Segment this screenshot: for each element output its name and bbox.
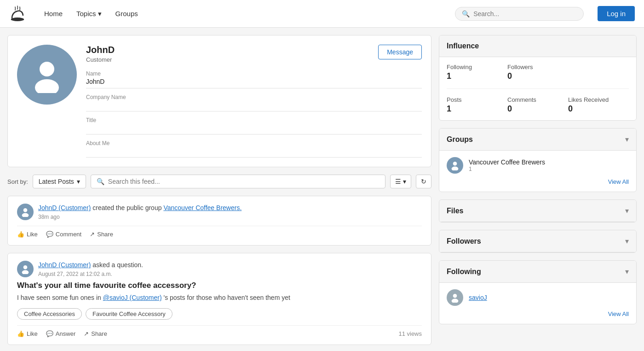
svg-point-9 — [453, 294, 457, 298]
influence-grid: Following 1 Followers 0 Posts 1 Comments — [447, 64, 629, 114]
files-title: Files — [447, 207, 463, 215]
influence-header[interactable]: Influence — [439, 35, 636, 57]
share-button[interactable]: ↗ Share — [90, 231, 113, 238]
title-value — [86, 124, 422, 135]
title-label: Title — [86, 117, 422, 123]
profile-role: Customer — [86, 56, 422, 63]
share-button[interactable]: ↗ Share — [84, 330, 107, 337]
main-content: Message JohnD Customer Name JohnD Compan… — [7, 35, 431, 345]
post-tag[interactable]: Favourite Coffee Accessory — [86, 308, 172, 320]
profile-username: JohnD — [86, 45, 422, 55]
groups-header[interactable]: Groups ▾ — [439, 129, 636, 151]
chevron-down-icon: ▾ — [403, 178, 406, 185]
chevron-down-icon: ▾ — [77, 178, 80, 185]
post-author-link[interactable]: JohnD (Customer) — [38, 204, 91, 211]
following-view-all[interactable]: View All — [447, 310, 629, 317]
followers-stat: Followers 0 — [507, 64, 568, 81]
post-date: August 27, 2022 at 12:02 a.m. — [38, 271, 422, 277]
global-search-input[interactable] — [473, 10, 577, 18]
following-item: savioJ — [447, 289, 629, 306]
post-meta: JohnD (Customer) asked a question. Augus… — [38, 261, 422, 277]
svg-point-3 — [23, 208, 28, 212]
groups-title: Groups — [447, 135, 473, 144]
group-name[interactable]: Vancouver Coffee Brewers — [469, 158, 545, 166]
page-layout: Message JohnD Customer Name JohnD Compan… — [0, 28, 644, 351]
comments-stat: Comments 0 — [507, 96, 568, 114]
svg-point-2 — [35, 79, 59, 93]
post-author-avatar — [17, 204, 34, 220]
avatar — [17, 45, 77, 105]
post-actions: 👍 Like 💬 Answer ↗ Share 11 views — [17, 325, 422, 337]
global-search-bar: 🔍 — [455, 7, 584, 21]
filter-button[interactable]: ☰ ▾ — [390, 175, 411, 188]
logo[interactable] — [9, 6, 26, 22]
post-tags: Coffee Accessories Favourite Coffee Acce… — [17, 308, 422, 320]
navbar: Home Topics ▾ Groups 🔍 Log in — [0, 0, 644, 28]
post-meta-text: JohnD (Customer) asked a question. — [38, 261, 422, 270]
post-tag[interactable]: Coffee Accessories — [17, 308, 82, 320]
comment-icon: 💬 — [46, 231, 53, 238]
share-label: Share — [91, 330, 107, 337]
like-label: Like — [27, 231, 38, 238]
post-mention-link[interactable]: @savioJ (Customer) — [103, 294, 162, 301]
views-count: 11 views — [398, 330, 422, 337]
followers-header[interactable]: Followers ▾ — [439, 230, 636, 252]
sort-value: Latest Posts — [39, 178, 74, 185]
like-button[interactable]: 👍 Like — [17, 231, 38, 238]
following-avatar — [447, 289, 463, 306]
message-button[interactable]: Message — [378, 45, 422, 59]
post-meta-text: JohnD (Customer) created the public grou… — [38, 204, 422, 213]
svg-point-7 — [453, 162, 457, 166]
search-icon: 🔍 — [462, 10, 470, 18]
about-value — [86, 147, 422, 158]
comments-label: Comments — [507, 96, 568, 103]
feed-search-input[interactable] — [108, 178, 380, 185]
post-body: I have seen some fun ones in @savioJ (Cu… — [17, 293, 422, 303]
following-user-link[interactable]: savioJ — [469, 294, 487, 301]
followers-title: Followers — [447, 237, 481, 246]
likes-stat: Likes Received 0 — [568, 96, 629, 114]
svg-point-10 — [452, 298, 459, 303]
right-sidebar: Influence Following 1 Followers 0 Posts — [439, 35, 637, 345]
like-icon: 👍 — [17, 231, 24, 238]
post-time: 38m ago — [38, 214, 422, 220]
comment-button[interactable]: 💬 Comment — [46, 231, 81, 238]
followers-label: Followers — [507, 64, 568, 70]
nav-home[interactable]: Home — [44, 10, 63, 18]
avatar-area — [17, 45, 77, 158]
followers-card: Followers ▾ — [439, 230, 637, 253]
files-card: Files ▾ — [439, 199, 637, 222]
login-button[interactable]: Log in — [598, 6, 635, 21]
like-button[interactable]: 👍 Like — [17, 330, 38, 337]
company-label: Company Name — [86, 94, 422, 100]
following-header[interactable]: Following ▾ — [439, 261, 636, 283]
nav-groups[interactable]: Groups — [115, 10, 138, 18]
svg-point-8 — [452, 166, 459, 170]
post-question: What's your all time favourite coffee ac… — [17, 281, 422, 290]
search-icon: 🔍 — [97, 178, 104, 185]
answer-button[interactable]: 💬 Answer — [46, 330, 75, 337]
post-group-link[interactable]: Vancouver Coffee Brewers. — [163, 204, 242, 211]
post-card: JohnD (Customer) asked a question. Augus… — [7, 253, 431, 345]
posts-area: JohnD (Customer) created the public grou… — [7, 196, 431, 345]
svg-point-6 — [22, 270, 29, 274]
post-author-link[interactable]: JohnD (Customer) — [38, 261, 91, 269]
refresh-button[interactable]: ↻ — [416, 175, 431, 188]
files-header[interactable]: Files ▾ — [439, 200, 636, 222]
groups-view-all[interactable]: View All — [447, 178, 629, 185]
chevron-down-icon: ▾ — [625, 237, 629, 246]
following-body: savioJ View All — [439, 283, 636, 324]
svg-point-5 — [23, 265, 28, 269]
following-card: Following ▾ savioJ View All — [439, 260, 637, 324]
post-card: JohnD (Customer) created the public grou… — [7, 196, 431, 246]
share-icon: ↗ — [84, 330, 89, 337]
likes-label: Likes Received — [568, 96, 629, 103]
nav-topics[interactable]: Topics ▾ — [76, 10, 102, 18]
following-label: Following — [447, 64, 507, 70]
chevron-down-icon: ▾ — [625, 135, 629, 144]
like-icon: 👍 — [17, 330, 24, 337]
sort-dropdown[interactable]: Latest Posts ▾ — [33, 175, 86, 188]
post-meta: JohnD (Customer) created the public grou… — [38, 204, 422, 220]
post-header: JohnD (Customer) asked a question. Augus… — [17, 261, 422, 277]
answer-icon: 💬 — [46, 330, 53, 337]
